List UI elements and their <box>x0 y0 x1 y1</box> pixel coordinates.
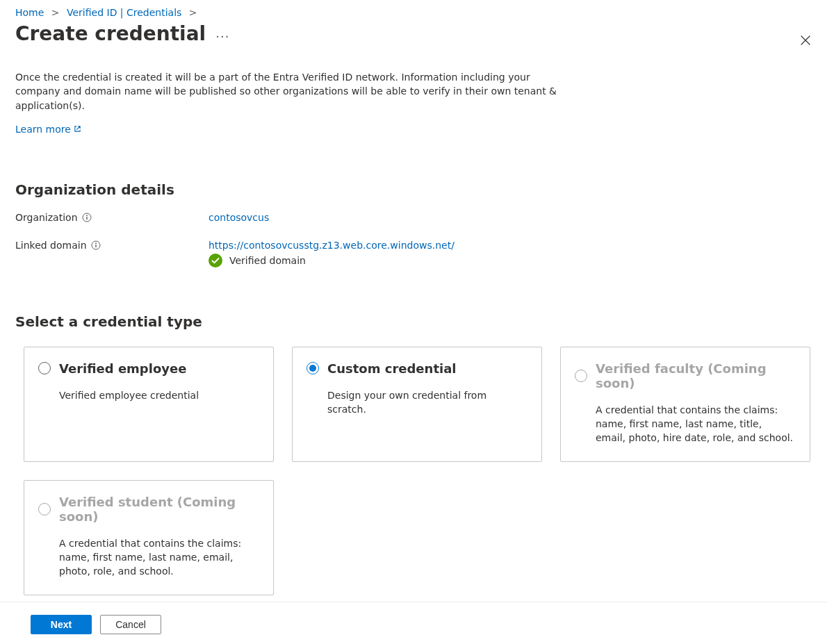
card-title: Custom credential <box>327 361 456 376</box>
radio-custom-credential[interactable] <box>306 362 319 374</box>
breadcrumb-separator: > <box>185 7 202 18</box>
radio-verified-employee[interactable] <box>38 362 51 374</box>
close-icon <box>801 35 810 45</box>
svg-point-1 <box>86 215 88 216</box>
breadcrumb-verified-id-credentials[interactable]: Verified ID | Credentials <box>67 7 181 18</box>
card-desc: Design your own credential from scratch. <box>306 388 526 417</box>
card-desc: A credential that contains the claims: n… <box>575 403 794 445</box>
svg-point-6 <box>208 254 222 267</box>
credential-type-cards: Verified employee Verified employee cred… <box>15 347 819 595</box>
org-row-organization: Organization contosovcus <box>15 212 819 223</box>
org-row-domain: Linked domain https://contosovcusstg.z13… <box>15 240 819 267</box>
verified-domain-text: Verified domain <box>229 255 306 266</box>
svg-rect-2 <box>86 217 87 220</box>
domain-value-link[interactable]: https://contosovcusstg.z13.web.core.wind… <box>208 240 455 251</box>
credential-type-heading: Select a credential type <box>15 313 819 330</box>
card-verified-employee[interactable]: Verified employee Verified employee cred… <box>24 347 274 462</box>
card-desc: Verified employee credential <box>38 388 258 402</box>
learn-more-link[interactable]: Learn more <box>15 124 81 135</box>
breadcrumb: Home > Verified ID | Credentials > <box>15 7 819 18</box>
more-actions-button[interactable]: ··· <box>215 24 229 43</box>
card-title: Verified faculty (Coming soon) <box>596 361 794 390</box>
org-label: Organization <box>15 212 78 223</box>
main-scroll-region[interactable]: Home > Verified ID | Credentials > Creat… <box>0 0 834 644</box>
info-icon[interactable] <box>91 240 101 250</box>
external-link-icon <box>74 124 81 135</box>
org-value-link[interactable]: contosovcus <box>208 212 269 223</box>
next-button[interactable]: Next <box>31 615 92 634</box>
close-button[interactable] <box>801 33 810 48</box>
radio-verified-faculty <box>575 370 587 382</box>
footer-actions: Next Cancel <box>0 602 827 644</box>
cancel-button[interactable]: Cancel <box>100 615 161 634</box>
card-title: Verified student (Coming soon) <box>59 495 258 524</box>
learn-more-label: Learn more <box>15 124 71 135</box>
page-title: Create credential <box>15 22 206 45</box>
info-icon[interactable] <box>82 213 92 222</box>
breadcrumb-separator: > <box>47 7 64 18</box>
domain-label: Linked domain <box>15 240 87 251</box>
verified-check-icon <box>208 254 222 267</box>
card-desc: A credential that contains the claims: n… <box>38 536 258 579</box>
intro-text: Once the credential is created it will b… <box>15 70 557 113</box>
card-custom-credential[interactable]: Custom credential Design your own creden… <box>292 347 542 462</box>
svg-point-4 <box>95 242 97 244</box>
breadcrumb-home[interactable]: Home <box>15 7 44 18</box>
card-verified-student: Verified student (Coming soon) A credent… <box>24 480 274 595</box>
card-title: Verified employee <box>59 361 186 376</box>
radio-verified-student <box>38 503 51 515</box>
org-details-heading: Organization details <box>15 181 819 198</box>
svg-rect-5 <box>95 245 96 247</box>
card-verified-faculty: Verified faculty (Coming soon) A credent… <box>560 347 810 462</box>
